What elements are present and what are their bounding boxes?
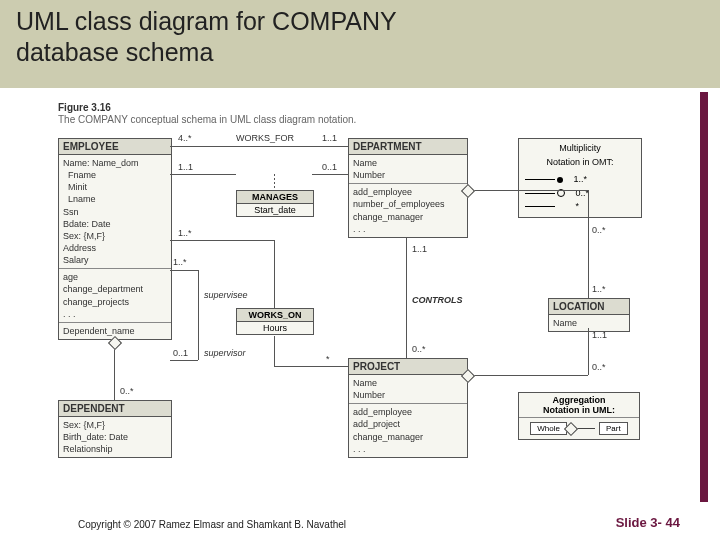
class-department: DEPARTMENT Name Number add_employee numb… [348,138,468,238]
project-attrs: Name Number [349,375,467,404]
legend-multiplicity: Multiplicity Notation in OMT: 1..* 0..* … [518,138,642,218]
employee-attrs: Name: Name_dom Fname Minit Lname Ssn Bda… [59,155,171,269]
agg-part: Part [599,422,628,435]
legend-aggregation: Aggregation Notation in UML: Whole Part [518,392,640,440]
legend-mult-title: Multiplicity Notation in OMT: [525,142,635,169]
mult-1star-b: 1..* [178,228,192,238]
figure-label: Figure 3.16 [58,102,111,113]
manages-row: Start_date [237,204,313,216]
line-manages-dash [274,174,275,190]
line-emp-wo-h [170,240,274,241]
line-emp-dep [114,342,115,400]
dependent-attrs: Sex: {M,F} Birth_date: Date Relationship [59,417,171,457]
figure-caption: The COMPANY conceptual schema in UML cla… [58,114,356,125]
mult-0-1a: 0..1 [322,162,337,172]
line-emp-wo-v [274,240,275,308]
mult-star-a: * [326,354,330,364]
footer-slide-number: Slide 3- 44 [616,515,680,530]
legend-mult-r2: 0..* [576,188,590,198]
line-emp-manages [170,174,236,175]
mult-1-1a: 1..1 [322,133,337,143]
mult-0star-a: 0..* [120,386,134,396]
line-dep-loc-v [588,190,589,298]
lbl-worksfor: WORKS_FOR [236,133,294,143]
manages-header: MANAGES [237,191,313,204]
mult-1-1c: 1..1 [412,244,427,254]
legend-mult-r1: 1..* [574,174,588,184]
mult-0star-c: 0..* [592,225,606,235]
slide-title: UML class diagram for COMPANY database s… [16,6,397,69]
title-line2: database schema [16,38,213,66]
mult-1-1d: 1..1 [592,330,607,340]
mult-1star-c: 1..* [592,284,606,294]
workson-row: Hours [237,322,313,334]
legend-mult-r3: * [576,201,580,211]
location-header: LOCATION [549,299,629,315]
line-supv-h2 [170,360,198,361]
mult-0-1b: 0..1 [173,348,188,358]
line-controls-v [406,238,407,358]
assoc-workson: WORKS_ON Hours [236,308,314,335]
workson-header: WORKS_ON [237,309,313,322]
line-supv-v [198,270,199,360]
department-header: DEPARTMENT [349,139,467,155]
mult-1star-a: 1..* [173,257,187,267]
location-attrs: Name [549,315,629,331]
line-dep-manages [312,174,348,175]
class-dependent: DEPENDENT Sex: {M,F} Birth_date: Date Re… [58,400,172,458]
class-project: PROJECT Name Number add_employee add_pro… [348,358,468,458]
line-wo-proj-h [274,366,348,367]
department-attrs: Name Number [349,155,467,184]
diagram-stage: EMPLOYEE Name: Name_dom Fname Minit Lnam… [58,130,688,500]
lbl-supervisor: supervisor [204,348,246,358]
mult-1-1b: 1..1 [178,162,193,172]
class-location: LOCATION Name [548,298,630,332]
lbl-supervisee: supervisee [204,290,248,300]
line-proj-loc-h [466,375,588,376]
project-header: PROJECT [349,359,467,375]
line-wo-proj-v [274,336,275,366]
dependent-header: DEPENDENT [59,401,171,417]
line-proj-loc-v [588,328,589,375]
mult-0star-b: 0..* [412,344,426,354]
mult-0star-d: 0..* [592,362,606,372]
mult-4star: 4..* [178,133,192,143]
agg-whole: Whole [530,422,567,435]
footer-copyright: Copyright © 2007 Ramez Elmasr and Shamka… [78,519,346,530]
employee-ops: age change_department change_projects . … [59,269,171,323]
legend-agg-title: Aggregation Notation in UML: [519,393,639,418]
line-dep-loc-h [466,190,588,191]
employee-header: EMPLOYEE [59,139,171,155]
line-supv-h1 [170,270,198,271]
line-worksfor [170,146,348,147]
title-line1: UML class diagram for COMPANY [16,7,397,35]
project-ops: add_employee add_project change_manager … [349,404,467,457]
department-ops: add_employee number_of_employees change_… [349,184,467,237]
right-stripe [700,92,708,502]
lbl-controls: CONTROLS [412,295,463,305]
class-employee: EMPLOYEE Name: Name_dom Fname Minit Lnam… [58,138,172,340]
assoc-manages: MANAGES Start_date [236,190,314,217]
